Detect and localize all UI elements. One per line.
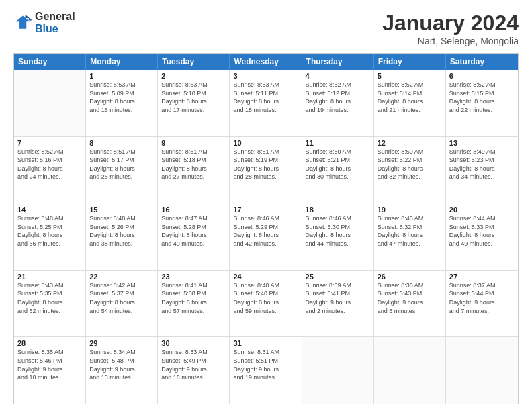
- day-number: 11: [306, 139, 370, 147]
- day-number: 24: [233, 273, 298, 281]
- daylight-text-1: Daylight: 8 hours: [89, 298, 154, 307]
- day-info: Sunrise: 8:48 AMSunset: 5:25 PMDaylight:…: [17, 214, 82, 248]
- day-number: 27: [449, 273, 515, 281]
- sunset-text: Sunset: 5:10 PM: [161, 89, 226, 98]
- day-info: Sunrise: 8:39 AMSunset: 5:41 PMDaylight:…: [306, 281, 370, 315]
- sunrise-text: Sunrise: 8:35 AM: [17, 348, 82, 357]
- day-number: 13: [449, 139, 515, 147]
- day-info: Sunrise: 8:48 AMSunset: 5:26 PMDaylight:…: [89, 214, 154, 248]
- day-number: 23: [161, 273, 226, 281]
- calendar-cell-w4-d6: 26Sunrise: 8:38 AMSunset: 5:43 PMDayligh…: [374, 271, 446, 337]
- calendar-cell-w5-d2: 29Sunrise: 8:34 AMSunset: 5:48 PMDayligh…: [86, 337, 158, 404]
- day-number: 18: [306, 205, 370, 214]
- sunrise-text: Sunrise: 8:34 AM: [89, 348, 154, 357]
- daylight-text-2: and 59 minutes.: [233, 307, 298, 316]
- sunrise-text: Sunrise: 8:51 AM: [233, 148, 298, 156]
- day-info: Sunrise: 8:43 AMSunset: 5:35 PMDaylight:…: [17, 281, 82, 315]
- day-number: 2: [161, 72, 226, 80]
- day-number: 29: [89, 339, 154, 347]
- day-number: 7: [17, 139, 82, 147]
- sunrise-text: Sunrise: 8:51 AM: [161, 148, 226, 156]
- calendar-cell-w2-d2: 8Sunrise: 8:51 AMSunset: 5:17 PMDaylight…: [86, 137, 158, 203]
- day-number: 12: [378, 139, 442, 147]
- sunset-text: Sunset: 5:16 PM: [17, 156, 82, 165]
- daylight-text-1: Daylight: 8 hours: [449, 97, 515, 106]
- daylight-text-1: Daylight: 8 hours: [17, 298, 82, 307]
- daylight-text-1: Daylight: 8 hours: [378, 97, 442, 106]
- sunset-text: Sunset: 5:35 PM: [17, 289, 82, 298]
- calendar: Sunday Monday Tuesday Wednesday Thursday…: [13, 53, 519, 404]
- day-info: Sunrise: 8:51 AMSunset: 5:17 PMDaylight:…: [89, 148, 154, 181]
- sunrise-text: Sunrise: 8:41 AM: [161, 281, 226, 290]
- sunset-text: Sunset: 5:26 PM: [89, 223, 154, 232]
- daylight-text-2: and 44 minutes.: [306, 240, 370, 248]
- calendar-cell-w1-d3: 2Sunrise: 8:53 AMSunset: 5:10 PMDaylight…: [158, 70, 230, 136]
- daylight-text-1: Daylight: 8 hours: [89, 231, 154, 240]
- day-info: Sunrise: 8:49 AMSunset: 5:23 PMDaylight:…: [449, 148, 515, 181]
- calendar-cell-w5-d3: 30Sunrise: 8:33 AMSunset: 5:49 PMDayligh…: [158, 337, 230, 404]
- sunrise-text: Sunrise: 8:48 AM: [89, 214, 154, 223]
- day-info: Sunrise: 8:38 AMSunset: 5:43 PMDaylight:…: [378, 281, 442, 315]
- page: General Blue January 2024 Nart, Selenge,…: [0, 0, 532, 411]
- daylight-text-1: Daylight: 8 hours: [17, 165, 82, 173]
- sunset-text: Sunset: 5:41 PM: [306, 289, 370, 298]
- main-title: January 2024: [382, 11, 519, 36]
- day-number: 6: [449, 72, 515, 80]
- day-info: Sunrise: 8:51 AMSunset: 5:19 PMDaylight:…: [233, 148, 298, 181]
- daylight-text-2: and 36 minutes.: [17, 240, 82, 248]
- calendar-cell-w5-d7: [446, 337, 518, 404]
- daylight-text-1: Daylight: 8 hours: [89, 165, 154, 173]
- sunset-text: Sunset: 5:11 PM: [233, 89, 298, 98]
- day-info: Sunrise: 8:34 AMSunset: 5:48 PMDaylight:…: [89, 348, 154, 381]
- sunset-text: Sunset: 5:29 PM: [233, 223, 298, 232]
- day-info: Sunrise: 8:52 AMSunset: 5:16 PMDaylight:…: [17, 148, 82, 181]
- sunrise-text: Sunrise: 8:53 AM: [89, 81, 154, 89]
- daylight-text-1: Daylight: 8 hours: [17, 231, 82, 240]
- sunrise-text: Sunrise: 8:42 AM: [89, 281, 154, 290]
- daylight-text-2: and 57 minutes.: [161, 307, 226, 316]
- daylight-text-2: and 30 minutes.: [306, 173, 370, 181]
- sunset-text: Sunset: 5:22 PM: [378, 156, 442, 165]
- daylight-text-1: Daylight: 9 hours: [449, 298, 515, 307]
- daylight-text-1: Daylight: 8 hours: [161, 97, 226, 106]
- calendar-cell-w2-d5: 11Sunrise: 8:50 AMSunset: 5:21 PMDayligh…: [302, 137, 374, 203]
- daylight-text-2: and 24 minutes.: [17, 173, 82, 181]
- day-number: 21: [17, 273, 82, 281]
- sunrise-text: Sunrise: 8:50 AM: [378, 148, 442, 156]
- calendar-cell-w3-d4: 17Sunrise: 8:46 AMSunset: 5:29 PMDayligh…: [230, 203, 302, 270]
- day-info: Sunrise: 8:53 AMSunset: 5:11 PMDaylight:…: [233, 81, 298, 114]
- sunset-text: Sunset: 5:28 PM: [161, 223, 226, 232]
- day-info: Sunrise: 8:44 AMSunset: 5:33 PMDaylight:…: [449, 214, 515, 248]
- calendar-header: Sunday Monday Tuesday Wednesday Thursday…: [14, 54, 518, 70]
- sunset-text: Sunset: 5:48 PM: [89, 357, 154, 365]
- calendar-cell-w1-d1: [14, 70, 86, 136]
- sunrise-text: Sunrise: 8:46 AM: [306, 214, 370, 223]
- sunset-text: Sunset: 5:14 PM: [378, 89, 442, 98]
- calendar-cell-w3-d3: 16Sunrise: 8:47 AMSunset: 5:28 PMDayligh…: [158, 203, 230, 270]
- day-number: 5: [378, 72, 442, 80]
- calendar-cell-w3-d1: 14Sunrise: 8:48 AMSunset: 5:25 PMDayligh…: [14, 203, 86, 270]
- sunset-text: Sunset: 5:18 PM: [161, 156, 226, 165]
- daylight-text-2: and 7 minutes.: [449, 307, 515, 316]
- sunrise-text: Sunrise: 8:52 AM: [17, 148, 82, 156]
- sunrise-text: Sunrise: 8:51 AM: [89, 148, 154, 156]
- day-number: 4: [306, 72, 370, 80]
- day-number: 31: [233, 339, 298, 347]
- day-number: 10: [233, 139, 298, 147]
- daylight-text-1: Daylight: 8 hours: [449, 165, 515, 173]
- day-number: 25: [306, 273, 370, 281]
- daylight-text-2: and 49 minutes.: [449, 240, 515, 248]
- calendar-cell-w5-d1: 28Sunrise: 8:35 AMSunset: 5:46 PMDayligh…: [14, 337, 86, 404]
- calendar-cell-w2-d6: 12Sunrise: 8:50 AMSunset: 5:22 PMDayligh…: [374, 137, 446, 203]
- logo-general-text: General: [35, 11, 75, 23]
- sunset-text: Sunset: 5:51 PM: [233, 357, 298, 365]
- daylight-text-2: and 25 minutes.: [89, 173, 154, 181]
- sunset-text: Sunset: 5:37 PM: [89, 289, 154, 298]
- daylight-text-1: Daylight: 8 hours: [233, 165, 298, 173]
- day-number: 22: [89, 273, 154, 281]
- calendar-cell-w2-d1: 7Sunrise: 8:52 AMSunset: 5:16 PMDaylight…: [14, 137, 86, 203]
- day-number: 16: [161, 205, 226, 214]
- calendar-cell-w1-d2: 1Sunrise: 8:53 AMSunset: 5:09 PMDaylight…: [86, 70, 158, 136]
- calendar-cell-w2-d4: 10Sunrise: 8:51 AMSunset: 5:19 PMDayligh…: [230, 137, 302, 203]
- sunrise-text: Sunrise: 8:47 AM: [161, 214, 226, 223]
